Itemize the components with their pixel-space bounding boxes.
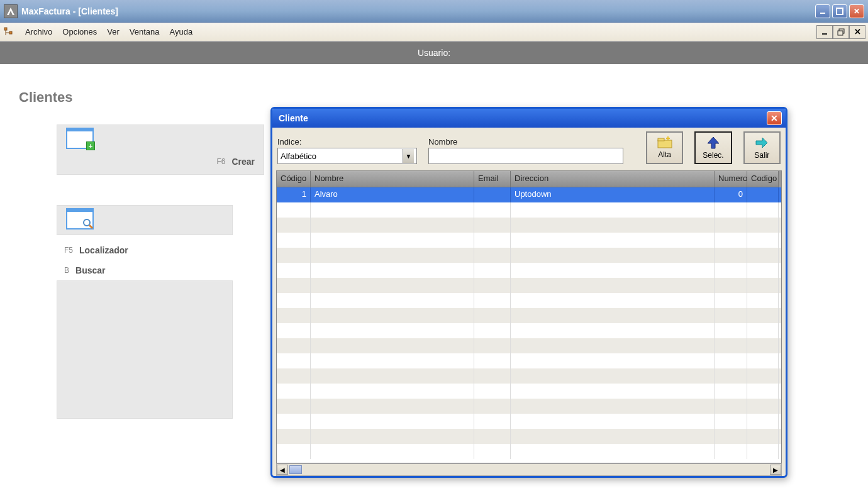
indice-label: Indice:: [277, 137, 417, 146]
crear-label: Crear: [231, 157, 255, 167]
svg-rect-7: [822, 33, 827, 35]
grid-body[interactable]: 1 Alvaro Uptodown 0: [277, 187, 781, 463]
menu-opciones[interactable]: Opciones: [57, 25, 102, 39]
new-window-icon: +: [66, 128, 94, 149]
menu-ayuda-label: Ayuda: [170, 27, 193, 36]
indice-group: Indice: Alfabético ▼: [277, 137, 417, 164]
svg-marker-0: [7, 8, 14, 15]
cell-direccion: Uptodown: [511, 187, 715, 202]
menu-ventana[interactable]: Ventana: [125, 25, 165, 39]
folder-icon: [657, 136, 673, 149]
side-panel: + F6 Crear F5 Localizador B Buscar: [57, 124, 270, 419]
action-crear[interactable]: + F6 Crear: [57, 124, 264, 175]
action-localizador-block: [57, 205, 233, 235]
dialog-titlebar[interactable]: Cliente ✕: [272, 109, 786, 128]
user-bar: Usuario:: [0, 41, 868, 64]
svg-marker-17: [756, 138, 767, 148]
cell-codigo2: [747, 187, 779, 202]
dialog-title: Cliente: [276, 113, 767, 123]
menu-ventana-label: Ventana: [130, 27, 160, 36]
magnifier-icon: [82, 218, 94, 229]
svg-rect-12: [658, 140, 672, 148]
menu-archivo[interactable]: Archivo: [20, 25, 57, 39]
scroll-left-button[interactable]: ◀: [277, 465, 288, 475]
menu-ayuda[interactable]: Ayuda: [165, 25, 198, 39]
cliente-dialog: Cliente ✕ Indice: Alfabético ▼ Nombre Al…: [270, 107, 787, 478]
cell-codigo: 1: [277, 187, 311, 202]
table-row[interactable]: 1 Alvaro Uptodown 0: [277, 187, 781, 202]
selec-button[interactable]: Selec.: [694, 131, 732, 164]
scroll-thumb[interactable]: [289, 465, 302, 474]
plus-icon: +: [86, 141, 95, 150]
main-titlebar: MaxFactura - [Clientes] ✕: [0, 0, 868, 23]
selec-label: Selec.: [703, 151, 723, 160]
titlebar-controls: ✕: [815, 4, 864, 18]
localizador-label: Localizador: [79, 245, 128, 255]
col-email[interactable]: Email: [474, 171, 511, 187]
col-codigo[interactable]: Código: [277, 171, 311, 187]
svg-marker-16: [708, 137, 719, 148]
svg-rect-9: [838, 31, 843, 35]
clients-grid: Código Nombre Email Direccion Numero Cod…: [276, 170, 782, 463]
svg-rect-3: [4, 28, 7, 30]
mdi-minimize-button[interactable]: [816, 25, 833, 39]
maximize-button[interactable]: [832, 4, 847, 18]
nombre-label: Nombre: [428, 137, 623, 146]
menu-ver-label: Ver: [107, 27, 120, 36]
dialog-close-button[interactable]: ✕: [767, 111, 782, 125]
arrow-up-icon: [706, 136, 720, 150]
chevron-down-icon: ▼: [403, 149, 414, 163]
buscar-label: Buscar: [75, 265, 105, 275]
mdi-controls: ✕: [816, 25, 865, 39]
col-nombre[interactable]: Nombre: [311, 171, 474, 187]
svg-line-11: [89, 225, 92, 228]
menu-archivo-label: Archivo: [25, 27, 52, 36]
svg-rect-2: [837, 8, 843, 14]
app-icon: [4, 4, 18, 18]
col-codigo2[interactable]: Codigo: [747, 171, 779, 187]
arrow-right-icon: [755, 136, 769, 150]
buscar-key: B: [64, 266, 69, 275]
menubar: Archivo Opciones Ver Ventana Ayuda ✕: [0, 23, 868, 41]
tree-icon: [3, 26, 15, 38]
cell-numero: 0: [715, 187, 747, 202]
minimize-button[interactable]: [815, 4, 830, 18]
cell-nombre: Alvaro: [311, 187, 474, 202]
user-label: Usuario:: [418, 48, 450, 58]
nombre-group: Nombre: [428, 137, 623, 164]
indice-select[interactable]: Alfabético ▼: [277, 148, 417, 164]
page-title: Clientes: [19, 89, 868, 106]
indice-value: Alfabético: [281, 152, 316, 161]
action-buscar[interactable]: B Buscar: [57, 260, 270, 280]
action-localizador[interactable]: F5 Localizador: [57, 240, 270, 260]
horizontal-scrollbar[interactable]: ◀ ▶: [276, 463, 782, 476]
close-button[interactable]: ✕: [849, 4, 864, 18]
alta-label: Alta: [658, 150, 671, 159]
grid-header: Código Nombre Email Direccion Numero Cod…: [277, 171, 781, 187]
localizador-key: F5: [64, 246, 73, 255]
dialog-toolbar: Indice: Alfabético ▼ Nombre Alta Selec.: [272, 128, 786, 168]
alta-button[interactable]: Alta: [646, 131, 683, 164]
cell-email: [474, 187, 511, 202]
window-title: MaxFactura - [Clientes]: [21, 6, 815, 16]
scroll-right-button[interactable]: ▶: [770, 465, 781, 475]
search-window-icon: [66, 208, 94, 229]
svg-rect-6: [9, 31, 12, 34]
mdi-close-button[interactable]: ✕: [849, 25, 865, 39]
crear-key: F6: [216, 157, 225, 166]
col-numero[interactable]: Numero: [715, 171, 747, 187]
menu-opciones-label: Opciones: [62, 27, 97, 36]
svg-rect-1: [820, 13, 825, 14]
salir-label: Salir: [754, 151, 769, 160]
svg-rect-13: [658, 138, 664, 141]
salir-button[interactable]: Salir: [743, 131, 781, 164]
mdi-restore-button[interactable]: [833, 25, 849, 39]
nombre-input[interactable]: [428, 148, 623, 164]
menu-ver[interactable]: Ver: [102, 25, 125, 39]
col-direccion[interactable]: Direccion: [511, 171, 715, 187]
svg-point-10: [84, 219, 90, 226]
